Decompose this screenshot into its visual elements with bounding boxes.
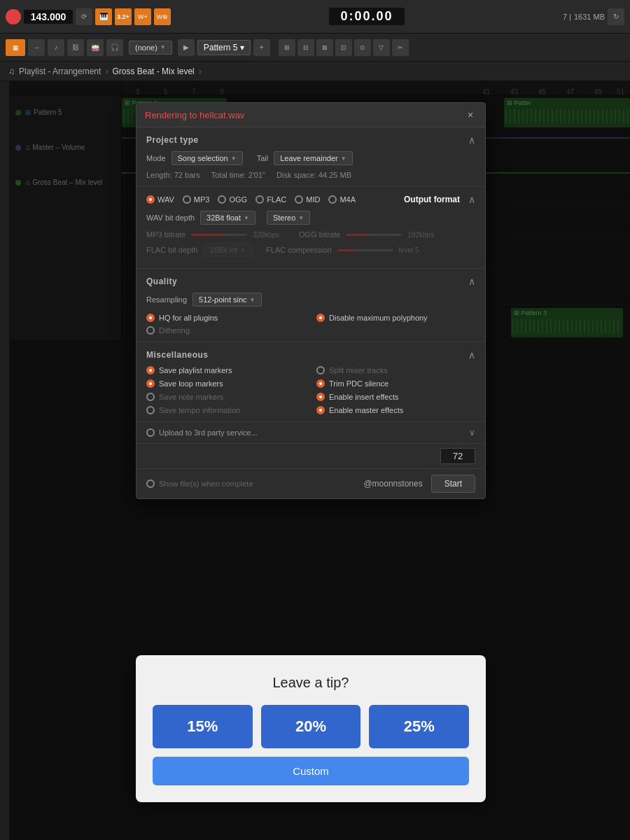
save-loop-radio[interactable]: [146, 379, 155, 388]
mode-arrow: ▼: [231, 155, 237, 162]
split-mixer-radio[interactable]: [316, 366, 325, 374]
headphone-icon[interactable]: 🎧: [106, 39, 123, 56]
pattern-selector[interactable]: Pattern 5 ▾: [197, 40, 251, 55]
disable-poly-label: Disable maximum polyphony: [329, 314, 428, 322]
refresh-icon[interactable]: ↻: [608, 8, 624, 25]
resampling-label: Resampling: [146, 295, 187, 304]
trim-pdc-option[interactable]: Trim PDC silence: [316, 379, 475, 388]
channels-dropdown[interactable]: Stereo ▼: [267, 211, 310, 225]
wav-radio[interactable]: [146, 195, 155, 204]
trim-pdc-radio[interactable]: [316, 379, 325, 388]
save-tempo-radio[interactable]: [146, 406, 155, 414]
tail-dropdown[interactable]: Leave remainder ▼: [274, 151, 352, 165]
show-files-radio[interactable]: [146, 479, 155, 488]
save-playlist-option[interactable]: Save playlist markers: [146, 366, 305, 374]
toolbar-icon-2[interactable]: 🎹: [95, 8, 112, 25]
custom-tip-button[interactable]: Custom: [153, 757, 469, 785]
save-loop-option[interactable]: Save loop markers: [146, 379, 305, 388]
tool-2[interactable]: ⊟: [298, 39, 314, 56]
save-playlist-radio[interactable]: [146, 366, 155, 374]
none-selector[interactable]: (none) ▼: [129, 41, 172, 55]
misc-right-col: Split mixer tracks Trim PDC silence Enab…: [316, 366, 475, 414]
bitdepth-dropdown[interactable]: 32Bit float ▼: [200, 211, 255, 225]
tip-15[interactable]: 15%: [153, 705, 253, 748]
toolbar-icon-3[interactable]: 3.2+: [115, 8, 132, 25]
breadcrumb-playlist[interactable]: Playlist - Arrangement: [19, 66, 101, 76]
upload-option[interactable]: Upload to 3rd party service...: [146, 428, 258, 437]
save-tempo-option[interactable]: Save tempo information: [146, 406, 305, 414]
format-ogg[interactable]: OGG: [218, 195, 247, 204]
m4a-radio[interactable]: [328, 195, 337, 204]
hq-option[interactable]: HQ for all plugins: [146, 314, 305, 322]
upload-chevron[interactable]: ∨: [469, 428, 475, 438]
save-note-radio[interactable]: [146, 393, 155, 401]
breadcrumb: ♫ Playlist - Arrangement › Gross Beat - …: [0, 62, 630, 81]
show-files-row[interactable]: Show file(s) when complete: [146, 479, 253, 488]
piano-icon[interactable]: ♪: [48, 39, 64, 56]
dithering-radio[interactable]: [146, 326, 155, 335]
enable-master-radio[interactable]: [316, 406, 325, 414]
tool-3[interactable]: ⊠: [316, 39, 333, 56]
project-type-collapse[interactable]: ∧: [468, 134, 475, 146]
arrow-icon[interactable]: →: [28, 39, 45, 56]
upload-radio[interactable]: [146, 428, 155, 437]
format-wav[interactable]: WAV: [146, 195, 174, 204]
tool-4[interactable]: ⊡: [335, 39, 352, 56]
play-icon[interactable]: ▶: [178, 39, 195, 56]
ogg-radio[interactable]: [218, 195, 226, 204]
tool-1[interactable]: ⊞: [279, 39, 295, 56]
flac-depth-val: 16Bit int: [209, 246, 237, 254]
record-button[interactable]: [6, 9, 21, 24]
start-button[interactable]: Start: [431, 475, 475, 493]
resampling-row: Resampling 512-point sinc ▼: [146, 293, 475, 307]
resampling-dropdown[interactable]: 512-point sinc ▼: [192, 293, 261, 307]
tool-6[interactable]: ▽: [373, 39, 390, 56]
flac-depth-label: FLAC bit depth: [146, 246, 197, 254]
disable-poly-radio[interactable]: [316, 314, 325, 322]
ogg-slider-fill: [346, 234, 368, 236]
enable-insert-radio[interactable]: [316, 393, 325, 401]
hq-radio[interactable]: [146, 314, 155, 322]
add-pattern-icon[interactable]: +: [253, 39, 270, 56]
split-mixer-option[interactable]: Split mixer tracks: [316, 366, 475, 374]
save-note-option[interactable]: Save note markers: [146, 393, 305, 401]
mp3-radio[interactable]: [183, 195, 191, 204]
playlist-icon[interactable]: ▦: [6, 39, 25, 56]
format-mid[interactable]: MID: [295, 195, 320, 204]
enable-insert-option[interactable]: Enable insert effects: [316, 393, 475, 401]
save-note-label: Save note markers: [159, 393, 223, 401]
link-icon[interactable]: ⛓: [67, 39, 84, 56]
close-button[interactable]: ×: [464, 108, 477, 121]
enable-master-option[interactable]: Enable master effects: [316, 406, 475, 414]
memory-display: 1631 MB: [574, 13, 605, 21]
format-flac[interactable]: FLAC: [255, 195, 286, 204]
time-display: 0:00.00: [329, 8, 404, 25]
quality-collapse[interactable]: ∧: [468, 276, 475, 287]
upload-label: Upload to 3rd party service...: [159, 428, 258, 437]
tip-25[interactable]: 25%: [369, 705, 469, 748]
tool-7[interactable]: ✂: [392, 39, 409, 56]
output-format-collapse[interactable]: ∧: [468, 194, 475, 205]
format-m4a[interactable]: M4A: [328, 195, 356, 204]
misc-collapse[interactable]: ∧: [468, 349, 475, 360]
dithering-option[interactable]: Dithering: [146, 326, 305, 335]
tempo-display[interactable]: 143.000: [24, 10, 73, 24]
toolbar-icon-4[interactable]: W+: [134, 8, 151, 25]
toolbar-icon-5[interactable]: W⊕: [154, 8, 171, 25]
tip-20[interactable]: 20%: [261, 705, 361, 748]
drum-icon[interactable]: 🥁: [87, 39, 104, 56]
disable-poly-option[interactable]: Disable maximum polyphony: [316, 314, 475, 322]
toolbar-icon-1[interactable]: ⟳: [76, 8, 92, 25]
mid-radio[interactable]: [295, 195, 303, 204]
second-toolbar: ▦ → ♪ ⛓ 🥁 🎧 (none) ▼ ▶ Pattern 5 ▾ + ⊞ ⊟…: [0, 34, 630, 62]
mode-dropdown[interactable]: Song selection ▼: [172, 151, 243, 165]
channels-arrow: ▼: [298, 215, 304, 221]
quality-section: Quality ∧ Resampling 512-point sinc ▼ HQ…: [136, 269, 485, 342]
flac-radio[interactable]: [255, 195, 264, 204]
format-mp3[interactable]: MP3: [183, 195, 210, 204]
number-input[interactable]: 72: [440, 448, 475, 464]
tool-5[interactable]: ⊙: [354, 39, 371, 56]
cpu-meter: 7 |: [563, 13, 571, 21]
upload-row[interactable]: Upload to 3rd party service... ∨: [136, 422, 485, 444]
breadcrumb-mixlevel[interactable]: Gross Beat - Mix level: [112, 66, 194, 76]
